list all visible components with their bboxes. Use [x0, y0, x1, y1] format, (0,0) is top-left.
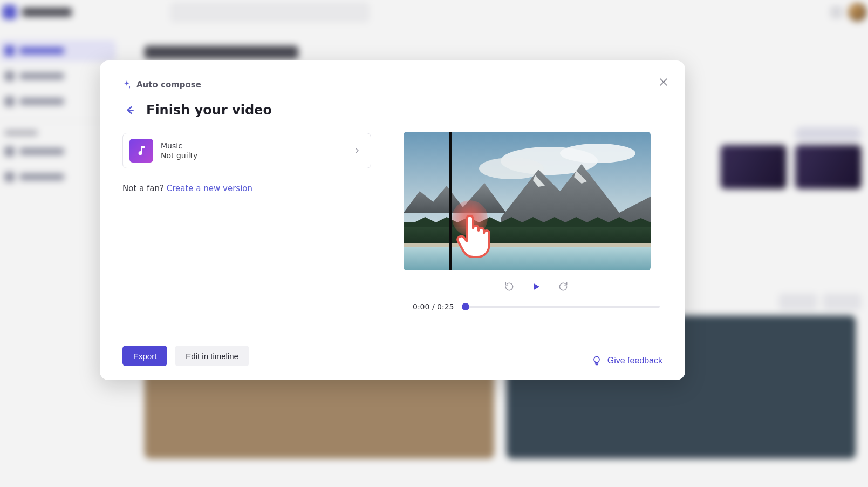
player-time-label: 0:00 / 0:25 — [413, 302, 454, 311]
skip-back-icon — [504, 281, 515, 292]
play-button[interactable] — [529, 279, 544, 294]
arrow-left-icon — [125, 105, 135, 115]
player-time-row: 0:00 / 0:25 — [413, 302, 660, 312]
auto-compose-modal: Auto compose Finish your video Music Not… — [100, 60, 685, 380]
modal-footer-left: Export Edit in timeline — [122, 346, 371, 366]
player-controls — [502, 279, 571, 294]
music-card-title: Music — [161, 141, 197, 150]
modal-title: Finish your video — [146, 103, 272, 118]
scrubber-track — [462, 306, 660, 308]
scrubber[interactable] — [462, 302, 660, 312]
give-feedback-button[interactable]: Give feedback — [591, 355, 662, 366]
music-card-text: Music Not guilty — [161, 141, 197, 160]
lightbulb-icon — [591, 355, 602, 366]
edit-in-timeline-button[interactable]: Edit in timeline — [175, 346, 249, 366]
modal-left-pane: Auto compose Finish your video Music Not… — [100, 60, 394, 380]
video-preview — [404, 132, 651, 270]
back-button[interactable] — [122, 103, 138, 118]
scrubber-handle[interactable] — [462, 303, 469, 310]
auto-compose-text: Auto compose — [136, 80, 201, 90]
give-feedback-label: Give feedback — [607, 356, 662, 366]
svg-rect-6 — [404, 243, 651, 247]
music-icon — [129, 139, 153, 163]
sparkle-icon — [122, 80, 131, 89]
skip-forward-button[interactable] — [556, 279, 571, 294]
title-row: Finish your video — [122, 103, 371, 118]
music-card-track: Not guilty — [161, 151, 197, 160]
chevron-right-icon — [352, 146, 362, 155]
auto-compose-label: Auto compose — [122, 80, 371, 90]
modal-right-pane: 0:00 / 0:25 Give feedback — [394, 60, 685, 380]
svg-rect-5 — [404, 245, 651, 270]
skip-back-button[interactable] — [502, 279, 517, 294]
svg-point-3 — [560, 144, 635, 163]
play-icon — [531, 282, 541, 292]
create-new-version-link[interactable]: Create a new version — [167, 184, 252, 193]
skip-forward-icon — [558, 281, 569, 292]
export-button[interactable]: Export — [122, 346, 167, 366]
frame-divider — [449, 132, 452, 270]
not-a-fan-row: Not a fan? Create a new version — [122, 184, 371, 193]
music-card[interactable]: Music Not guilty — [122, 133, 371, 168]
not-a-fan-text: Not a fan? — [122, 184, 167, 193]
